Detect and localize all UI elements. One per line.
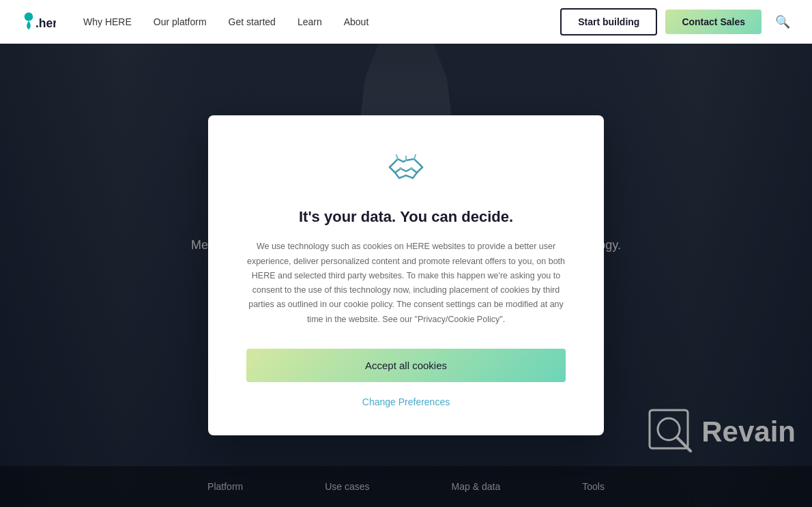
accept-cookies-button[interactable]: Accept all cookies: [246, 349, 566, 382]
nav-link-our-platform[interactable]: Our platform: [154, 16, 207, 27]
search-icon[interactable]: 🔍: [775, 14, 790, 29]
nav-link-learn[interactable]: Learn: [298, 16, 322, 27]
svg-point-5: [399, 167, 402, 170]
svg-point-0: [25, 12, 33, 21]
handshake-icon: [384, 148, 428, 192]
nav-right: Start building Contact Sales 🔍: [560, 8, 790, 35]
cookie-modal-title: It's your data. You can decide.: [246, 208, 566, 226]
cookie-modal: It's your data. You can decide. We use t…: [208, 115, 604, 435]
svg-point-6: [410, 167, 413, 170]
logo[interactable]: .here: [22, 10, 56, 34]
cookie-title-bold: You can decide.: [400, 208, 513, 225]
nav-link-about[interactable]: About: [344, 16, 369, 27]
cookie-modal-body: We use technology such as cookies on HER…: [246, 240, 566, 327]
svg-text:.here: .here: [35, 16, 56, 30]
contact-sales-button[interactable]: Contact Sales: [665, 10, 762, 34]
nav-links: Why HERE Our platform Get started Learn …: [83, 16, 560, 27]
hero-section: Create smartsolutions simply Meet your n…: [0, 44, 812, 507]
change-preferences-link[interactable]: Change Preferences: [362, 396, 450, 407]
cookie-title-plain: It's your data.: [299, 208, 400, 225]
nav-link-get-started[interactable]: Get started: [229, 16, 276, 27]
navbar: .here Why HERE Our platform Get started …: [0, 0, 812, 44]
start-building-button[interactable]: Start building: [560, 8, 657, 35]
nav-link-why-here[interactable]: Why HERE: [83, 16, 132, 27]
cookie-modal-overlay: It's your data. You can decide. We use t…: [0, 44, 812, 507]
